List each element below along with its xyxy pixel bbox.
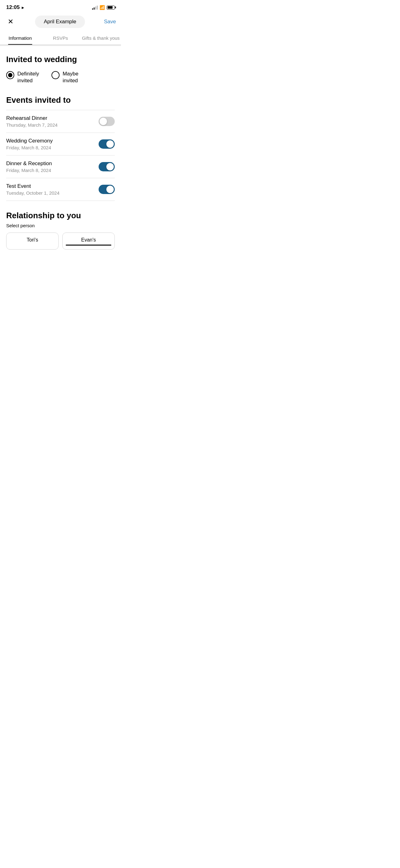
header-title: April Example bbox=[35, 16, 85, 28]
close-button[interactable]: ✕ bbox=[5, 16, 16, 27]
content-area: Invited to wedding Definitelyinvited May… bbox=[0, 46, 121, 256]
toggle-knob-reception bbox=[106, 163, 114, 170]
tab-bar: Information RSVPs Gifts & thank yous bbox=[0, 32, 121, 45]
header: ✕ April Example Save bbox=[0, 13, 121, 32]
person-tab-evans[interactable]: Evan's bbox=[62, 232, 115, 250]
status-bar: 12:05 ► 📶 bbox=[0, 0, 121, 13]
person-tab-toris[interactable]: Tori's bbox=[6, 232, 59, 250]
event-date-reception: Friday, March 8, 2024 bbox=[6, 168, 99, 173]
event-info-ceremony: Wedding Ceremony Friday, March 8, 2024 bbox=[6, 138, 99, 150]
invited-section-title: Invited to wedding bbox=[6, 55, 115, 64]
relationship-section: Relationship to you Select person Tori's… bbox=[0, 201, 121, 256]
event-name-test: Test Event bbox=[6, 183, 99, 189]
save-button[interactable]: Save bbox=[104, 19, 116, 25]
event-item-ceremony: Wedding Ceremony Friday, March 8, 2024 bbox=[6, 133, 115, 156]
event-item-rehearsal: Rehearsal Dinner Thursday, March 7, 2024 bbox=[6, 110, 115, 133]
radio-maybe-label: Maybeinvited bbox=[63, 70, 78, 84]
event-info-rehearsal: Rehearsal Dinner Thursday, March 7, 2024 bbox=[6, 115, 99, 128]
select-person-label: Select person bbox=[6, 223, 115, 228]
toggle-reception[interactable] bbox=[99, 162, 115, 172]
header-title-container: April Example bbox=[16, 16, 104, 28]
event-date-ceremony: Friday, March 8, 2024 bbox=[6, 145, 99, 150]
events-section-title: Events invited to bbox=[6, 95, 115, 105]
toggle-knob-rehearsal bbox=[100, 118, 107, 125]
event-name-rehearsal: Rehearsal Dinner bbox=[6, 115, 99, 121]
radio-definitely[interactable]: Definitelyinvited bbox=[6, 70, 39, 84]
event-name-reception: Dinner & Reception bbox=[6, 160, 99, 167]
event-name-ceremony: Wedding Ceremony bbox=[6, 138, 99, 144]
event-list: Rehearsal Dinner Thursday, March 7, 2024… bbox=[6, 110, 115, 201]
person-tab-evans-label: Evan's bbox=[66, 237, 111, 243]
status-icons: 📶 bbox=[92, 5, 115, 10]
time-display: 12:05 bbox=[6, 4, 20, 10]
event-item-reception: Dinner & Reception Friday, March 8, 2024 bbox=[6, 156, 115, 178]
toggle-ceremony[interactable] bbox=[99, 140, 115, 149]
radio-definitely-label: Definitelyinvited bbox=[18, 70, 39, 84]
radio-definitely-circle[interactable] bbox=[6, 71, 14, 79]
signal-icon bbox=[92, 5, 98, 10]
battery-icon bbox=[107, 6, 115, 10]
toggle-rehearsal[interactable] bbox=[99, 117, 115, 126]
relationship-title: Relationship to you bbox=[6, 211, 115, 220]
status-time: 12:05 ► bbox=[6, 4, 25, 10]
event-item-test: Test Event Tuesday, October 1, 2024 bbox=[6, 178, 115, 201]
radio-maybe-circle[interactable] bbox=[52, 71, 60, 79]
invitation-radio-group: Definitelyinvited Maybeinvited bbox=[6, 70, 115, 84]
toggle-knob-ceremony bbox=[106, 140, 114, 148]
tab-gifts[interactable]: Gifts & thank yous bbox=[80, 32, 121, 44]
event-info-reception: Dinner & Reception Friday, March 8, 2024 bbox=[6, 160, 99, 173]
person-tab-toris-label: Tori's bbox=[10, 237, 55, 243]
tab-information[interactable]: Information bbox=[0, 32, 40, 44]
wifi-icon: 📶 bbox=[100, 5, 105, 10]
invited-section: Invited to wedding Definitelyinvited May… bbox=[0, 46, 121, 88]
toggle-knob-test bbox=[106, 186, 114, 193]
radio-maybe[interactable]: Maybeinvited bbox=[52, 70, 78, 84]
event-date-test: Tuesday, October 1, 2024 bbox=[6, 190, 99, 195]
location-icon: ► bbox=[21, 5, 25, 10]
evans-underline bbox=[66, 245, 111, 246]
events-section: Events invited to Rehearsal Dinner Thurs… bbox=[0, 88, 121, 201]
toggle-test[interactable] bbox=[99, 185, 115, 194]
tab-rsvps[interactable]: RSVPs bbox=[40, 32, 80, 44]
person-tabs: Tori's Evan's bbox=[6, 232, 115, 250]
event-date-rehearsal: Thursday, March 7, 2024 bbox=[6, 122, 99, 128]
event-info-test: Test Event Tuesday, October 1, 2024 bbox=[6, 183, 99, 195]
